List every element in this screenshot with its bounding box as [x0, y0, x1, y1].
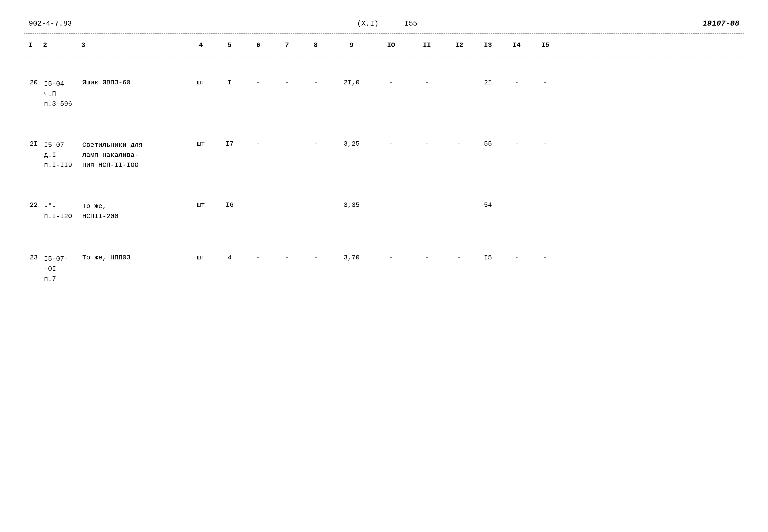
cell-row23-col8: -	[301, 253, 330, 263]
cell-row20-col4: шт	[186, 78, 215, 88]
cell-row23-col2: I5-07--OIп.7	[43, 253, 81, 285]
cell-row23-col15: -	[531, 253, 560, 263]
cell-row20-col15: -	[531, 78, 560, 88]
cell-row23-col3: То же, НПП03	[81, 253, 186, 263]
cell-row23-col6: -	[244, 253, 273, 263]
cell-row22-col13: 54	[474, 200, 502, 210]
col-header-2: 2	[43, 41, 81, 49]
cell-row21-col3: Светильники дляламп накалива-ния НСП-II-…	[81, 139, 186, 171]
cell-row22-col3: То же,НСПII-200	[81, 200, 186, 223]
cell-row21-col2: I5-07д.Iп.I-II9	[43, 139, 81, 171]
cell-row21-col1: 2I	[29, 139, 43, 149]
cell-row23-col11: -	[409, 253, 445, 263]
cell-row21-col5: I7	[215, 139, 244, 149]
cell-row22-col5: I6	[215, 200, 244, 210]
cell-row21-col6: -	[244, 139, 273, 149]
cell-row22-col1: 22	[29, 200, 43, 210]
table-row: 23 I5-07--OIп.7 То же, НПП03 шт 4 - - - …	[29, 250, 739, 288]
cell-row23-col1: 23	[29, 253, 43, 263]
col-header-1: I	[29, 41, 43, 49]
table-row: 2I I5-07д.Iп.I-II9 Светильники дляламп н…	[29, 137, 739, 174]
cell-row21-col12: -	[445, 139, 474, 149]
cell-row21-col13: 55	[474, 139, 502, 149]
col-header-5: 5	[215, 41, 244, 49]
col-header-11: II	[409, 41, 445, 49]
cell-row22-col10: -	[373, 200, 409, 210]
cell-row23-col13: I5	[474, 253, 502, 263]
header-code-center: (X.I) I55	[357, 20, 418, 28]
col-header-15: I5	[531, 41, 560, 49]
cell-row22-col7: -	[273, 200, 301, 210]
cell-row20-col2: I5-04ч.Пп.3-596	[43, 78, 81, 110]
col-header-3: 3	[81, 41, 186, 49]
cell-row20-col8: -	[301, 78, 330, 88]
cell-row20-col1: 20	[29, 78, 43, 88]
top-divider	[24, 33, 744, 33]
cell-row22-col8: -	[301, 200, 330, 210]
cell-row23-col14: -	[502, 253, 531, 263]
cell-row22-col15: -	[531, 200, 560, 210]
col-header-13: I3	[474, 41, 502, 49]
cell-row21-col4: шт	[186, 139, 215, 149]
cell-row23-col4: шт	[186, 253, 215, 263]
cell-row23-col7: -	[273, 253, 301, 263]
cell-row21-col8: -	[301, 139, 330, 149]
cell-row20-col7: -	[273, 78, 301, 88]
cell-row22-col14: -	[502, 200, 531, 210]
cell-row20-col11: -	[409, 78, 445, 88]
header-code-right: 19107-08	[702, 19, 739, 28]
cell-row20-col3: Ящик ЯВПЗ-60	[81, 78, 186, 88]
cell-row23-col5: 4	[215, 253, 244, 263]
cell-row20-col6: -	[244, 78, 273, 88]
col-header-7: 7	[273, 41, 301, 49]
col-header-14: I4	[502, 41, 531, 49]
table-row: 22 -"-п.I-I2O То же,НСПII-200 шт I6 - - …	[29, 198, 739, 226]
cell-row22-col11: -	[409, 200, 445, 210]
table-row: 20 I5-04ч.Пп.3-596 Ящик ЯВПЗ-60 шт I - -…	[29, 75, 739, 113]
col-header-4: 4	[186, 41, 215, 49]
col-header-8: 8	[301, 41, 330, 49]
cell-row22-col9: 3,35	[330, 200, 373, 210]
col-header-10: IO	[373, 41, 409, 49]
header-code-left: 902-4-7.83	[29, 20, 72, 28]
table-body: 20 I5-04ч.Пп.3-596 Ящик ЯВПЗ-60 шт I - -…	[24, 61, 744, 288]
cell-row22-col6: -	[244, 200, 273, 210]
col-header-12: I2	[445, 41, 474, 49]
cell-row21-col14: -	[502, 139, 531, 149]
cell-row21-col10: -	[373, 139, 409, 149]
column-headers: I 2 3 4 5 6 7 8 9 IO II I2 I3 I4 I5	[24, 37, 744, 53]
cell-row23-col9: 3,70	[330, 253, 373, 263]
col-header-6: 6	[244, 41, 273, 49]
page-header: 902-4-7.83 (X.I) I55 19107-08	[24, 19, 744, 28]
cell-row23-col12: -	[445, 253, 474, 263]
header-bottom-divider	[24, 57, 744, 57]
cell-row20-col12	[445, 78, 474, 80]
cell-row22-col2: -"-п.I-I2O	[43, 200, 81, 223]
cell-row20-col9: 2I,0	[330, 78, 373, 88]
cell-row22-col4: шт	[186, 200, 215, 210]
cell-row20-col10: -	[373, 78, 409, 88]
cell-row22-col12: -	[445, 200, 474, 210]
col-header-9: 9	[330, 41, 373, 49]
cell-row21-col11: -	[409, 139, 445, 149]
cell-row21-col9: 3,25	[330, 139, 373, 149]
cell-row21-col7	[273, 139, 301, 141]
cell-row20-col5: I	[215, 78, 244, 88]
cell-row21-col15: -	[531, 139, 560, 149]
cell-row20-col14: -	[502, 78, 531, 88]
cell-row20-col13: 2I	[474, 78, 502, 88]
cell-row23-col10: -	[373, 253, 409, 263]
